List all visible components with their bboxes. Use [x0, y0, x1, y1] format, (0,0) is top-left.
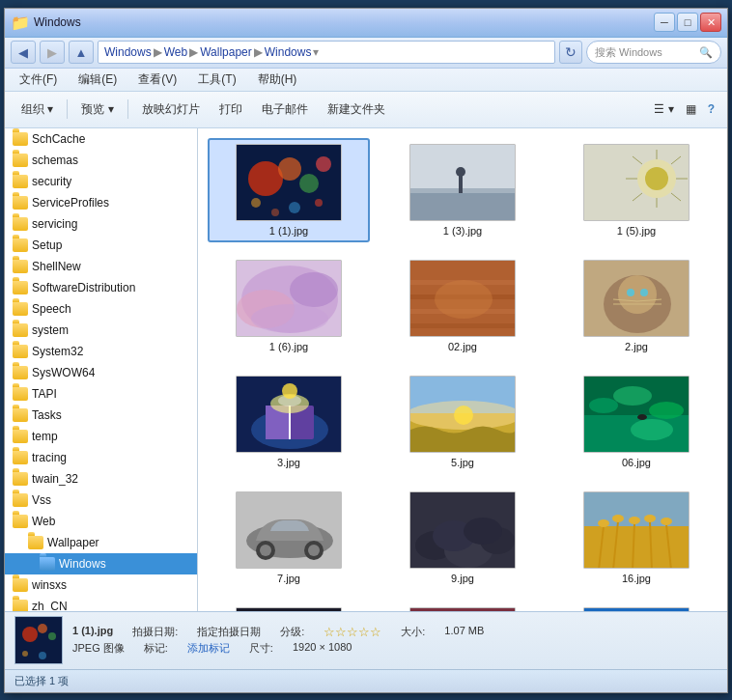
search-placeholder: 搜索 Windows	[595, 45, 695, 60]
sidebar-item-shellnew[interactable]: ShellNew	[5, 256, 197, 277]
view-list-button[interactable]: ☰ ▾	[649, 96, 678, 123]
file-item[interactable]: 1 (1).jpg	[208, 138, 370, 242]
svg-point-70	[260, 545, 271, 556]
file-label: 5.jpg	[451, 457, 474, 468]
menu-edit[interactable]: 编辑(E)	[71, 66, 124, 93]
thumb-svg	[584, 377, 690, 453]
file-area-container: 1 (1).jpg	[198, 128, 727, 611]
sidebar-item-security[interactable]: security	[5, 171, 197, 192]
file-item[interactable]	[208, 602, 370, 611]
breadcrumb-item[interactable]: Web	[164, 45, 187, 59]
svg-point-106	[22, 627, 38, 642]
search-icon[interactable]: 🔍	[699, 46, 713, 59]
sidebar-item-speech[interactable]: Speech	[5, 298, 197, 320]
breadcrumb-item[interactable]: Windows	[265, 45, 312, 59]
file-item[interactable]: 1 (5).jpg	[555, 138, 718, 242]
sidebar-item-temp[interactable]: temp	[5, 426, 197, 447]
menu-file[interactable]: 文件(F)	[13, 66, 64, 93]
file-item[interactable]: 2.jpg	[555, 254, 718, 358]
sidebar-item-tapi[interactable]: TAPI	[5, 383, 197, 405]
new-folder-button[interactable]: 新建文件夹	[319, 96, 394, 123]
refresh-button[interactable]: ↻	[559, 41, 582, 64]
separator	[127, 99, 128, 119]
sidebar-label: Windows	[59, 557, 106, 571]
nav-bar: ◀ ▶ ▲ Windows ▶ Web ▶ Wallpaper ▶ Window…	[5, 38, 727, 69]
sidebar-item-serviceprofiles[interactable]: ServiceProfiles	[5, 192, 197, 213]
svg-point-6	[271, 209, 279, 216]
separator	[67, 99, 68, 119]
organize-button[interactable]: 组织 ▾	[13, 96, 62, 123]
svg-point-72	[308, 545, 320, 556]
help-button[interactable]: ?	[703, 96, 719, 123]
sidebar-item-zhcn[interactable]: zh_CN	[5, 596, 197, 611]
sidebar-item-twain32[interactable]: twain_32	[5, 468, 197, 490]
close-button[interactable]: ✕	[700, 13, 721, 32]
sidebar-label: winsxs	[32, 578, 67, 592]
sidebar: SchCache schemas security ServiceProfile…	[5, 128, 198, 611]
file-label: 1 (3).jpg	[443, 225, 482, 237]
sidebar-item-schemas[interactable]: schemas	[5, 150, 197, 171]
breadcrumb-item[interactable]: Wallpaper	[200, 45, 252, 59]
file-item[interactable]: 3.jpg	[208, 370, 370, 474]
view-details-button[interactable]: ▦	[681, 96, 701, 123]
file-item[interactable]: 16.jpg	[555, 486, 718, 590]
sidebar-item-setup[interactable]: Setup	[5, 235, 197, 256]
sidebar-item-vss[interactable]: Vss	[5, 490, 197, 511]
folder-icon	[13, 451, 28, 464]
file-item[interactable]: 9.jpg	[381, 486, 544, 590]
breadcrumb-item[interactable]: Windows	[104, 45, 152, 59]
sidebar-item-system32[interactable]: System32	[5, 341, 197, 362]
sidebar-item-system[interactable]: system	[5, 320, 197, 341]
search-bar[interactable]: 搜索 Windows 🔍	[586, 41, 721, 64]
preview-button[interactable]: 预览 ▾	[72, 96, 122, 123]
status-tag-value: 添加标记	[187, 641, 230, 656]
minimize-button[interactable]: ─	[654, 13, 675, 32]
back-button[interactable]: ◀	[11, 41, 36, 64]
sidebar-item-web[interactable]: Web	[5, 511, 197, 532]
sidebar-label: TAPI	[32, 387, 57, 401]
status-thumbnail	[14, 616, 63, 664]
thumb-svg	[237, 145, 342, 221]
menu-tools[interactable]: 工具(T)	[191, 66, 242, 93]
svg-point-7	[289, 202, 300, 213]
separator: ▶	[154, 45, 162, 59]
maximize-button[interactable]: □	[677, 13, 698, 32]
email-button[interactable]: 电子邮件	[253, 96, 317, 123]
sidebar-label: Web	[32, 515, 55, 528]
sidebar-item-windows-selected[interactable]: Windows	[5, 553, 197, 574]
sidebar-item-tasks[interactable]: Tasks	[5, 405, 197, 426]
slideshow-button[interactable]: 放映幻灯片	[133, 96, 209, 123]
file-item[interactable]: 1 (6).jpg	[208, 254, 370, 358]
sidebar-item-wallpaper[interactable]: Wallpaper	[5, 532, 197, 553]
window-icon: 📁	[11, 14, 30, 32]
thumbnail	[583, 491, 690, 569]
sidebar-item-tracing[interactable]: tracing	[5, 447, 197, 468]
sidebar-item-softwaredistribution[interactable]: SoftwareDistribution	[5, 277, 197, 298]
file-item[interactable]: 5.jpg	[381, 370, 544, 474]
folder-icon	[13, 260, 28, 273]
sidebar-item-schcache[interactable]: SchCache	[5, 128, 197, 150]
forward-button[interactable]: ▶	[40, 41, 65, 64]
sidebar-label: ServiceProfiles	[32, 196, 109, 210]
status-shoot-label: 拍摄日期:	[132, 625, 178, 639]
file-item[interactable]: 1 (3).jpg	[381, 138, 544, 242]
sidebar-label: twain_32	[32, 472, 78, 486]
up-button[interactable]: ▲	[69, 41, 94, 64]
thumbnail	[583, 260, 690, 337]
menu-help[interactable]: 帮助(H)	[251, 66, 304, 93]
file-item[interactable]: 06.jpg	[555, 370, 718, 474]
file-item[interactable]: 7.jpg	[208, 486, 370, 590]
sidebar-item-servicing[interactable]: servicing	[5, 213, 197, 235]
svg-point-78	[464, 518, 502, 545]
sidebar-item-winsxs[interactable]: winsxs	[5, 574, 197, 596]
file-item[interactable]	[381, 602, 544, 611]
sidebar-item-syswow64[interactable]: SysWOW64	[5, 362, 197, 383]
thumbnail	[236, 607, 342, 611]
svg-point-1	[248, 161, 283, 196]
svg-point-29	[290, 272, 338, 307]
file-item[interactable]	[555, 602, 718, 611]
print-button[interactable]: 打印	[211, 96, 251, 123]
file-item[interactable]: 02.jpg	[381, 254, 544, 358]
menu-view[interactable]: 查看(V)	[131, 66, 183, 93]
svg-point-3	[299, 174, 319, 193]
